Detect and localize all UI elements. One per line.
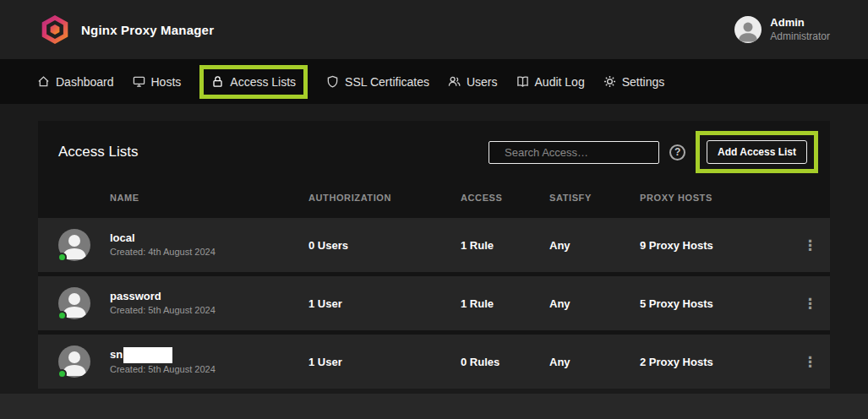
user-menu[interactable]: Admin Administrator [734, 16, 830, 43]
created-date: Created: 4th August 2024 [110, 246, 308, 258]
proxy-hosts-cell: 5 Proxy Hosts [640, 297, 790, 310]
column-name: Name [110, 193, 308, 203]
name-cell: sn Created: 5th August 2024 [110, 347, 308, 376]
redaction-box [123, 347, 172, 363]
column-access: Access [461, 193, 549, 203]
access-list-name: sn [110, 347, 308, 363]
kebab-menu-icon[interactable]: ⋮ [800, 351, 821, 373]
table-row[interactable]: password Created: 5th August 2024 1 User… [38, 276, 830, 330]
app-header: Nginx Proxy Manager Admin Administrator [0, 0, 868, 59]
nav-label: SSL Certificates [345, 75, 429, 89]
avatar [58, 229, 90, 261]
monitor-icon [133, 75, 145, 88]
nav-label: Dashboard [56, 75, 114, 89]
name-cell: password Created: 5th August 2024 [110, 289, 308, 318]
nav-label: Hosts [151, 75, 182, 89]
nav-item-hosts[interactable]: Hosts [133, 75, 182, 89]
access-list-name: password [110, 289, 308, 304]
app-title: Nginx Proxy Manager [81, 23, 214, 37]
column-proxy-hosts: Proxy Hosts [640, 193, 790, 203]
access-list-name-text: sn [110, 348, 123, 361]
actions-cell: ⋮ [790, 235, 830, 256]
avatar-cell [38, 346, 110, 378]
access-cell: 1 Rule [461, 297, 549, 310]
created-date: Created: 5th August 2024 [110, 363, 308, 376]
authorization-cell: 0 Users [308, 239, 461, 252]
avatar-cell [38, 229, 110, 261]
nav-item-access-lists[interactable]: Access Lists [199, 65, 308, 99]
table-row[interactable]: sn Created: 5th August 2024 1 User 0 Rul… [38, 335, 830, 389]
avatar-cell [38, 287, 110, 319]
kebab-menu-icon[interactable]: ⋮ [800, 293, 821, 314]
home-icon [37, 75, 50, 88]
avatar [58, 346, 90, 378]
nav-label: Users [467, 75, 498, 89]
nav-label: Settings [622, 75, 665, 89]
status-online-dot [57, 311, 67, 320]
gear-icon [603, 75, 616, 88]
lock-icon [211, 75, 224, 88]
access-cell: 0 Rules [461, 356, 549, 368]
table-header: Name Authorization Access Satisfy Proxy … [38, 182, 830, 214]
shield-icon [326, 75, 339, 88]
users-icon [448, 75, 461, 88]
main-nav: Dashboard Hosts Access Lists SSL Certifi… [0, 59, 868, 104]
column-authorization: Authorization [308, 193, 461, 203]
access-cell: 1 Rule [461, 239, 549, 252]
nav-label: Access Lists [230, 75, 296, 89]
card-header: Access Lists ? Add Access List [38, 121, 830, 182]
user-name: Admin [770, 16, 830, 30]
proxy-hosts-cell: 2 Proxy Hosts [640, 356, 790, 368]
footer-strip [0, 394, 868, 419]
actions-cell: ⋮ [790, 293, 830, 314]
nav-item-users[interactable]: Users [448, 75, 498, 89]
proxy-hosts-cell: 9 Proxy Hosts [640, 239, 790, 252]
created-date: Created: 5th August 2024 [110, 304, 308, 317]
nav-item-settings[interactable]: Settings [603, 75, 665, 89]
authorization-cell: 1 User [308, 297, 461, 310]
access-lists-card: Access Lists ? Add Access List Name Auth… [38, 121, 830, 389]
status-online-dot [57, 369, 67, 378]
kebab-menu-icon[interactable]: ⋮ [800, 235, 821, 256]
nav-item-dashboard[interactable]: Dashboard [37, 75, 114, 89]
add-access-list-button[interactable]: Add Access List [707, 140, 807, 164]
help-icon[interactable]: ? [669, 144, 685, 161]
book-icon [516, 75, 529, 88]
person-icon [735, 18, 761, 43]
column-satisfy: Satisfy [549, 193, 640, 203]
nav-item-audit-log[interactable]: Audit Log [516, 75, 585, 89]
user-text: Admin Administrator [770, 16, 830, 42]
status-online-dot [57, 253, 67, 262]
search-box [489, 141, 659, 164]
nav-label: Audit Log [535, 75, 585, 89]
page-title: Access Lists [58, 144, 138, 161]
satisfy-cell: Any [549, 356, 640, 368]
annotation-add-access-list: Add Access List [696, 131, 818, 173]
search-input[interactable] [505, 146, 653, 159]
card-header-actions: ? Add Access List [489, 131, 818, 173]
content-area: Access Lists ? Add Access List Name Auth… [0, 104, 868, 394]
authorization-cell: 1 User [308, 356, 461, 368]
access-list-name: local [110, 231, 308, 246]
table-row[interactable]: local Created: 4th August 2024 0 Users 1… [38, 218, 830, 272]
satisfy-cell: Any [549, 239, 640, 252]
app-logo-icon [41, 15, 69, 44]
satisfy-cell: Any [549, 297, 640, 310]
actions-cell: ⋮ [790, 351, 830, 373]
name-cell: local Created: 4th August 2024 [110, 231, 308, 259]
nav-item-ssl-certificates[interactable]: SSL Certificates [326, 75, 429, 89]
user-avatar [734, 16, 762, 43]
user-role: Administrator [770, 30, 830, 43]
avatar [58, 287, 90, 319]
